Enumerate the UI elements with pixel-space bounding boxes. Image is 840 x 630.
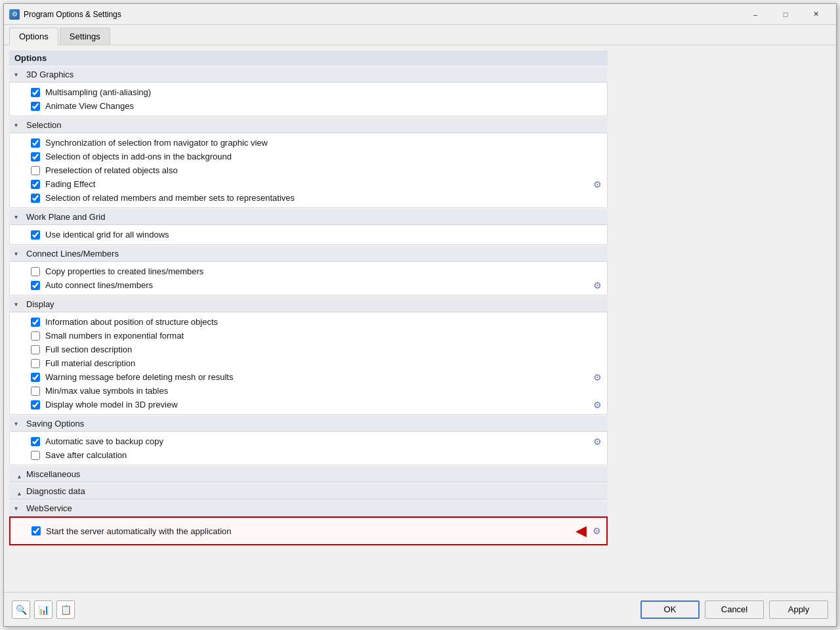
checkbox-animate-view[interactable] [31,102,40,111]
section-header-selection[interactable]: ▾Selection [9,117,608,133]
checkbox-identical-grid[interactable] [31,230,40,240]
bottom-left-icons: 🔍 📊 📋 [12,600,640,619]
checkbox-sync-selection[interactable] [31,138,40,148]
checkbox-copy-properties[interactable] [31,267,40,276]
main-window: ⚙ Program Options & Settings – □ ✕ Optio… [3,3,837,627]
close-button[interactable]: ✕ [801,4,831,25]
option-row-start-server: Start the server automatically with the … [10,520,606,541]
checkbox-small-numbers[interactable] [31,331,40,341]
checkbox-full-section[interactable] [31,345,40,354]
option-row-sync-selection: Synchronization of selection from naviga… [10,136,607,150]
label-full-material: Full material description [45,358,599,368]
title-bar: ⚙ Program Options & Settings – □ ✕ [4,4,836,25]
section-miscellaneous: ▸Miscellaneous [9,467,608,482]
section-header-work-plane[interactable]: ▾Work Plane and Grid [9,209,608,225]
label-fading-effect: Fading Effect [45,179,587,189]
section-label: Connect Lines/Members [26,249,119,259]
app-icon: ⚙ [9,9,20,20]
option-row-full-material: Full material description [10,356,607,370]
option-row-selection-addons: Selection of objects in add-ons in the b… [10,150,607,163]
checkbox-save-after[interactable] [31,451,40,460]
label-selection-addons: Selection of objects in add-ons in the b… [45,152,599,161]
option-row-display-3d: Display whole model in 3D preview⚙ [10,398,607,411]
gear-icon-start-server[interactable]: ⚙ [593,526,601,536]
right-panel [613,45,836,592]
checkbox-fading-effect[interactable] [31,180,40,189]
option-row-animate-view: Animate View Changes [10,99,607,113]
label-small-numbers: Small numbers in exponential format [45,331,599,341]
section-header-display[interactable]: ▾Display [9,297,608,312]
label-auto-connect: Auto connect lines/members [45,280,587,290]
checkbox-multisampling[interactable] [31,88,40,97]
label-info-position: Information about position of structure … [45,317,599,327]
chevron-icon: ▸ [15,488,22,495]
option-row-auto-connect: Auto connect lines/members⚙ [10,278,607,292]
section-content-saving-options: Automatic save to backup copy⚙Save after… [9,432,608,465]
section-label: Miscellaneous [26,469,80,479]
checkbox-info-position[interactable] [31,318,40,327]
checkbox-warning-message[interactable] [31,373,40,382]
checkbox-minmax-symbols[interactable] [31,387,40,396]
option-row-multisampling: Multisampling (anti-aliasing) [10,85,607,99]
checkbox-selection-addons[interactable] [31,152,40,161]
section-header-diagnostic[interactable]: ▸Diagnostic data [9,484,608,499]
bottom-icon-2[interactable]: 📊 [34,600,52,619]
gear-icon-display-3d[interactable]: ⚙ [593,400,602,410]
checkbox-display-3d[interactable] [31,400,40,410]
gear-icon-fading-effect[interactable]: ⚙ [593,179,602,190]
minimize-button[interactable]: – [740,4,770,25]
section-header-miscellaneous[interactable]: ▸Miscellaneous [9,467,608,482]
option-row-selection-members: Selection of related members and member … [10,191,607,205]
section-label: Display [26,299,54,309]
option-row-minmax-symbols: Min/max value symbols in tables [10,384,607,398]
tabs-bar: Options Settings [4,25,836,45]
bottom-icon-1[interactable]: 🔍 [12,600,30,619]
bottom-icon-3[interactable]: 📋 [56,600,75,619]
option-row-full-section: Full section description [10,343,607,356]
options-header: Options [9,51,608,66]
cancel-button[interactable]: Cancel [705,600,764,619]
label-save-after: Save after calculation [45,450,599,460]
checkbox-preselection[interactable] [31,166,40,175]
main-content: Options ▾3D GraphicsMultisampling (anti-… [4,45,836,592]
chevron-icon: ▾ [14,505,22,512]
checkbox-selection-members[interactable] [31,194,40,203]
label-multisampling: Multisampling (anti-aliasing) [45,87,599,97]
section-header-webservice[interactable]: ▾WebService [9,501,608,516]
label-sync-selection: Synchronization of selection from naviga… [45,138,599,148]
section-webservice: ▾WebServiceStart the server automaticall… [9,501,608,545]
option-row-preselection: Preselection of related objects also [10,163,607,177]
section-header-connect-lines[interactable]: ▾Connect Lines/Members [9,246,608,262]
checkbox-auto-save[interactable] [31,437,40,446]
section-header-3d-graphics[interactable]: ▾3D Graphics [9,67,608,83]
apply-button[interactable]: Apply [769,600,828,619]
checkbox-auto-connect[interactable] [31,281,40,290]
chevron-icon: ▸ [15,471,22,478]
section-content-webservice: Start the server automatically with the … [9,516,608,545]
gear-icon-auto-save[interactable]: ⚙ [593,436,602,447]
section-content-work-plane: Use identical grid for all windows [9,225,608,245]
option-row-warning-message: Warning message before deleting mesh or … [10,370,607,384]
tab-options[interactable]: Options [9,28,58,45]
gear-icon-auto-connect[interactable]: ⚙ [593,280,602,291]
option-row-save-after: Save after calculation [10,448,607,462]
highlight-arrow-icon: ◀ [576,522,587,539]
section-content-connect-lines: Copy properties to created lines/members… [9,262,608,295]
chevron-icon: ▾ [14,420,22,427]
bottom-right-buttons: OK Cancel Apply [640,600,828,619]
chevron-icon: ▾ [14,213,22,220]
section-header-saving-options[interactable]: ▾Saving Options [9,416,608,432]
maximize-button[interactable]: □ [770,4,801,25]
tab-settings[interactable]: Settings [60,28,110,45]
section-label: 3D Graphics [26,70,74,79]
section-content-3d-graphics: Multisampling (anti-aliasing)Animate Vie… [9,83,608,116]
section-content-selection: Synchronization of selection from naviga… [9,133,608,208]
left-panel: Options ▾3D GraphicsMultisampling (anti-… [4,45,613,592]
checkbox-start-server[interactable] [32,526,41,536]
gear-icon-warning-message[interactable]: ⚙ [593,372,602,383]
ok-button[interactable]: OK [640,600,700,619]
chevron-icon: ▾ [14,250,22,257]
section-content-display: Information about position of structure … [9,312,608,415]
window-controls: – □ ✕ [740,4,831,25]
checkbox-full-material[interactable] [31,359,40,368]
